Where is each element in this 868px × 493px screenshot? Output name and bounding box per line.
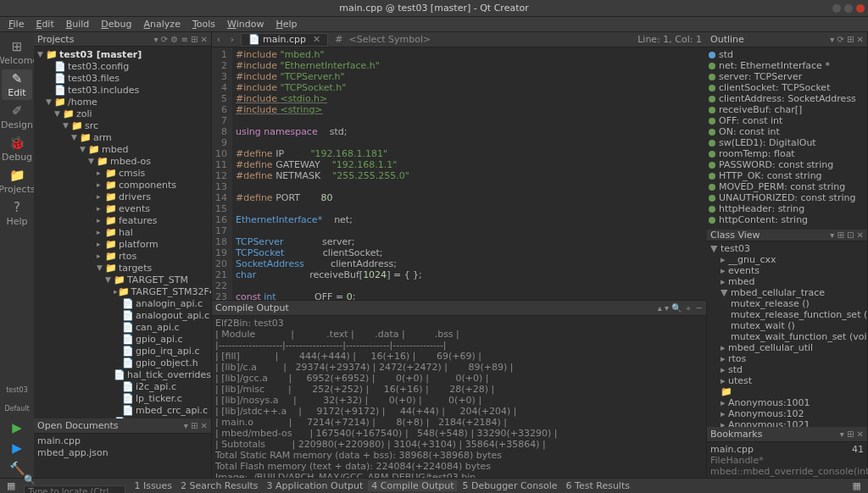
classview-item[interactable]: ▸ events [709, 265, 865, 276]
open-doc[interactable]: main.cpp [37, 435, 208, 447]
outline-item[interactable]: UNAUTHORIZED: const string [709, 192, 865, 203]
mode-projects[interactable]: 📁Projects [2, 166, 32, 197]
close-icon[interactable] [856, 4, 865, 13]
tree-node[interactable]: ▼📁src [34, 119, 211, 131]
maximize-icon[interactable] [844, 4, 853, 13]
outline-item[interactable]: roomTemp: float [709, 148, 865, 159]
toggle-right-sidebar-icon[interactable]: ▦ [849, 480, 865, 491]
menu-build[interactable]: Build [61, 18, 95, 30]
nav-forward-icon[interactable]: › [225, 34, 239, 45]
classview-item[interactable]: ▸ Anonymous:1021 [709, 419, 865, 427]
outline-item[interactable]: httpContent: string [709, 214, 865, 225]
tree-node[interactable]: ▸📁rtos [34, 250, 211, 262]
outline-item[interactable]: server: TCPServer [709, 71, 865, 82]
tree-node[interactable]: ▼📁arm [34, 131, 211, 143]
mode-welcome[interactable]: ⊞Welcome [2, 37, 32, 68]
tree-node[interactable]: 📄test03.config [34, 60, 211, 72]
locator-input[interactable] [24, 485, 125, 494]
outline-list[interactable]: stdnet: EthernetInterface *server: TCPSe… [707, 47, 867, 227]
classview-item[interactable]: ▸ mbed [709, 276, 865, 287]
classview-item[interactable]: ▼ mbed_cellular_trace [709, 287, 865, 298]
menu-file[interactable]: File [3, 18, 29, 30]
classview-list[interactable]: ▼ test03▸ __gnu_cxx▸ events▸ mbed▼ mbed_… [707, 241, 867, 427]
cursor-position[interactable]: Line: 1, Col: 1 [637, 34, 702, 45]
tree-node[interactable]: ▼📁zoli [34, 108, 211, 119]
tree-node[interactable]: 📄can_api.c [34, 321, 211, 333]
outline-item[interactable]: sw(LED1): DigitalOut [709, 137, 865, 148]
classview-item[interactable]: ▸ mbed_cellular_util [709, 342, 865, 353]
tree-node[interactable]: 📄gpio_api.c [34, 333, 211, 345]
classview-item[interactable]: ▸ rtos [709, 353, 865, 364]
code-editor[interactable]: 1234567891011121314151617181920212223242… [212, 47, 707, 300]
menu-analyze[interactable]: Analyze [139, 18, 186, 30]
outline-item[interactable]: net: EthernetInterface * [709, 60, 865, 71]
status-tab-issues[interactable]: 1 Issues [131, 480, 175, 491]
tree-node[interactable]: 📄i2c_api.c [34, 380, 211, 392]
classview-item[interactable]: 📁 [709, 386, 865, 397]
mode-help[interactable]: ?Help [2, 198, 32, 229]
tree-node[interactable]: 📄analogin_api.c [34, 297, 211, 309]
tree-node[interactable]: 📄analogout_api.c [34, 309, 211, 321]
tree-node[interactable]: ▸📁features [34, 214, 211, 226]
tree-node[interactable]: ▸📁components [34, 179, 211, 191]
tree-node[interactable]: 📄test03.files [34, 72, 211, 84]
menu-tools[interactable]: Tools [187, 18, 220, 30]
outline-item[interactable]: clientSocket: TCPSocket [709, 82, 865, 93]
locator[interactable]: 🔍 [24, 474, 125, 494]
tree-node[interactable]: ▸📁TARGET_STM32F4 [34, 285, 211, 297]
editor-tab[interactable]: 📄 main.cpp ✕ [241, 33, 328, 47]
status-tab-test-results[interactable]: 6 Test Results [563, 480, 633, 491]
nav-back-icon[interactable]: ‹ [212, 34, 225, 45]
classview-item[interactable]: ▸ __gnu_cxx [709, 254, 865, 265]
tree-node[interactable]: 📄gpio_irq_api.c [34, 345, 211, 357]
tree-node[interactable]: ▼📁test03 [master] [34, 48, 211, 60]
code-area[interactable]: #include "mbed.h"#include "EthernetInter… [232, 47, 707, 300]
menu-edit[interactable]: Edit [31, 18, 58, 30]
classview-item[interactable]: ▸ std [709, 364, 865, 375]
menu-debug[interactable]: Debug [96, 18, 136, 30]
tree-node[interactable]: ▸📁cmsis [34, 167, 211, 179]
toggle-sidebar-icon[interactable]: ▦ [3, 480, 19, 491]
outline-item[interactable]: PASSWORD: const string [709, 159, 865, 170]
open-documents-list[interactable]: main.cppmbed_app.json [34, 434, 211, 461]
tree-node[interactable]: ▸📁platform [34, 238, 211, 250]
tree-node[interactable]: 📄gpio_object.h [34, 357, 211, 368]
tree-node[interactable]: 📄test03.includes [34, 84, 211, 96]
outline-toolbar[interactable]: ▾ ⟳ ⊞ ✕ [830, 35, 864, 44]
classview-item[interactable]: ▸ Anonymous:1001 [709, 397, 865, 408]
tree-node[interactable]: 📄hal_tick_overrides.c [34, 368, 211, 380]
tree-node[interactable]: 📄mbed_crc_api.c [34, 404, 211, 416]
tree-node[interactable]: ▸📁drivers [34, 191, 211, 202]
status-tab-compile-output[interactable]: 4 Compile Output [368, 480, 457, 491]
classview-item[interactable]: mutex_release () [709, 298, 865, 309]
build-config[interactable]: Default [2, 400, 32, 417]
outline-item[interactable]: httpHeader: string [709, 203, 865, 214]
minimize-icon[interactable] [832, 4, 841, 13]
tree-node[interactable]: ▼📁TARGET_STM [34, 274, 211, 285]
open-documents-toolbar[interactable]: ▾ ⊞ ✕ [184, 421, 208, 430]
outline-item[interactable]: HTTP_OK: const string [709, 170, 865, 181]
classview-item[interactable]: mutex_wait_function_set (void (*)()): [709, 331, 865, 342]
classview-item[interactable]: ▸ utest [709, 375, 865, 386]
status-tab-search-results[interactable]: 2 Search Results [177, 480, 262, 491]
bookmarks-toolbar[interactable]: ▾ ⊞ ✕ [840, 429, 864, 439]
classview-item[interactable]: ▼ test03 [709, 243, 865, 254]
classview-toolbar[interactable]: ▾ ⊞ ⊡ ✕ [830, 230, 864, 240]
outline-item[interactable]: clientAddress: SocketAddress [709, 93, 865, 104]
status-tab-debugger-console[interactable]: 5 Debugger Console [459, 480, 560, 491]
kit-selector[interactable]: test03 [2, 381, 32, 398]
tree-node[interactable]: 📄lp_ticker.c [34, 392, 211, 404]
project-tree[interactable]: ▼📁test03 [master]📄test03.config📄test03.f… [34, 47, 211, 418]
debug-button[interactable]: ▶ [2, 439, 32, 457]
tree-node[interactable]: ▼📁targets [34, 262, 211, 274]
tree-node[interactable]: ▸📁hal [34, 226, 211, 238]
classview-item[interactable]: mutex_wait () [709, 320, 865, 331]
mode-design[interactable]: ✐Design [2, 102, 32, 132]
symbol-selector[interactable]: # <Select Symbol> [335, 34, 431, 45]
compile-toolbar[interactable]: ▴ ▾ 🔍 ＋ − [658, 302, 703, 314]
classview-item[interactable]: mutex_release_function_set (void ( [709, 309, 865, 320]
tree-node[interactable]: ▼📁mbed-os [34, 155, 211, 167]
outline-item[interactable]: receiveBuf: char[] [709, 104, 865, 115]
tab-close-icon[interactable]: ✕ [313, 34, 320, 45]
outline-item[interactable]: OFF: const int [709, 115, 865, 126]
